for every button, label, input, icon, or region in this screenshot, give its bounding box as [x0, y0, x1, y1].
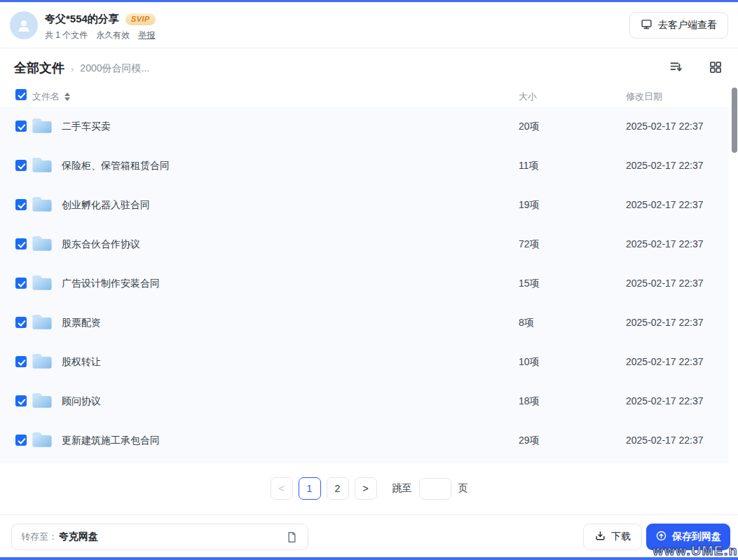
- table-row[interactable]: 股东合伙合作协议 72项 2025-02-17 22:37: [0, 224, 729, 264]
- file-name[interactable]: 更新建筑施工承包合同: [62, 435, 160, 447]
- open-in-client-button[interactable]: 去客户端查看: [629, 12, 728, 39]
- row-checkbox[interactable]: [15, 317, 27, 328]
- report-link[interactable]: 举报: [138, 29, 155, 41]
- row-checkbox[interactable]: [15, 395, 27, 407]
- folder-icon: [32, 116, 53, 135]
- folder-icon: [32, 391, 53, 410]
- breadcrumb-separator-icon: ›: [71, 62, 74, 74]
- share-header: 夸父*554的分享 SVIP 共 1 个文件 永久有效 举报 去客户端查看: [0, 2, 738, 48]
- row-checkbox[interactable]: [15, 238, 27, 250]
- breadcrumb: 全部文件 › 2000份合同模...: [14, 59, 149, 77]
- table-row[interactable]: 二手车买卖 20项 2025-02-17 22:37: [0, 107, 729, 146]
- file-size: 15项: [519, 278, 540, 290]
- page-1-button[interactable]: 1: [299, 477, 321, 500]
- watermark-text: www.UME.nc: [652, 543, 738, 559]
- file-modified: 2025-02-17 22:37: [626, 435, 704, 446]
- file-modified: 2025-02-17 22:37: [626, 356, 704, 367]
- sort-arrows-icon[interactable]: [64, 93, 70, 101]
- select-all-checkbox[interactable]: [15, 89, 27, 100]
- row-checkbox[interactable]: [15, 121, 27, 132]
- file-size: 11项: [519, 160, 539, 172]
- file-size: 29项: [519, 435, 540, 447]
- page-2-button[interactable]: 2: [327, 477, 349, 500]
- folder-icon: [32, 273, 53, 292]
- row-checkbox[interactable]: [15, 278, 27, 289]
- file-modified: 2025-02-17 22:37: [626, 395, 704, 407]
- file-name[interactable]: 二手车买卖: [62, 121, 111, 133]
- row-checkbox[interactable]: [15, 199, 27, 210]
- folder-icon: [32, 352, 53, 371]
- row-checkbox[interactable]: [15, 435, 27, 446]
- save-to-drive-label: 保存到网盘: [672, 531, 721, 543]
- breadcrumb-current: 2000份合同模...: [80, 61, 149, 75]
- save-to-value: 夸克网盘: [59, 531, 98, 543]
- bottom-accent-bar: [0, 557, 738, 560]
- table-header: 文件名 大小 修改日期: [0, 87, 729, 107]
- column-modified: 修改日期: [626, 90, 662, 103]
- share-title: 夸父*554的分享: [45, 13, 119, 26]
- table-row[interactable]: 广告设计制作安装合同 15项 2025-02-17 22:37: [0, 264, 729, 303]
- cloud-upload-icon: [655, 530, 667, 544]
- file-name[interactable]: 股票配资: [62, 317, 101, 329]
- person-icon: [15, 17, 32, 34]
- folder-icon: [32, 234, 53, 253]
- table-row[interactable]: 股票配资 8项 2025-02-17 22:37: [0, 303, 729, 342]
- row-checkbox[interactable]: [15, 356, 27, 367]
- column-size: 大小: [519, 90, 537, 103]
- file-modified: 2025-02-17 22:37: [626, 199, 704, 210]
- breadcrumb-root[interactable]: 全部文件: [14, 60, 64, 76]
- file-modified: 2025-02-17 22:37: [626, 317, 704, 328]
- top-accent-bar: [0, 0, 738, 2]
- jump-page-input[interactable]: [419, 478, 451, 500]
- folder-icon: [32, 195, 53, 214]
- download-icon: [594, 530, 606, 544]
- validity-text: 永久有效: [96, 29, 130, 41]
- jump-to-label: 跳至: [392, 482, 412, 495]
- sort-order-icon[interactable]: [669, 60, 683, 74]
- open-in-client-label: 去客户端查看: [658, 19, 717, 32]
- table-row[interactable]: 保险柜、保管箱租赁合同 11项 2025-02-17 22:37: [0, 146, 729, 185]
- file-name[interactable]: 创业孵化器入驻合同: [62, 199, 150, 212]
- file-size: 8项: [519, 317, 534, 329]
- save-to-label: 转存至：: [21, 531, 57, 543]
- folder-icon: [32, 156, 53, 175]
- table-row[interactable]: 更新建筑施工承包合同 29项 2025-02-17 22:37: [0, 421, 729, 460]
- grid-view-icon[interactable]: [709, 60, 723, 74]
- table-row[interactable]: 创业孵化器入驻合同 19项 2025-02-17 22:37: [0, 185, 729, 224]
- save-destination-selector[interactable]: 转存至： 夸克网盘: [11, 524, 308, 550]
- download-button[interactable]: 下载: [583, 524, 642, 550]
- file-list: 二手车买卖 20项 2025-02-17 22:37 保险柜、保管箱租赁合同 1…: [0, 107, 729, 463]
- file-name[interactable]: 股权转让: [62, 356, 101, 369]
- file-modified: 2025-02-17 22:37: [626, 160, 704, 171]
- file-name[interactable]: 股东合伙合作协议: [62, 238, 140, 251]
- prev-page-button[interactable]: <: [271, 477, 293, 500]
- svip-badge: SVIP: [125, 13, 156, 25]
- file-modified: 2025-02-17 22:37: [626, 278, 704, 289]
- vertical-scrollbar[interactable]: [732, 88, 737, 153]
- file-size: 72项: [519, 238, 540, 251]
- footer-bar: 转存至： 夸克网盘 下载 保存到网盘: [0, 514, 738, 556]
- folder-picker-icon[interactable]: [285, 531, 299, 544]
- file-name[interactable]: 广告设计制作安装合同: [62, 278, 160, 290]
- table-row[interactable]: 股权转让 10项 2025-02-17 22:37: [0, 342, 729, 381]
- file-count-text: 共 1 个文件: [45, 29, 88, 41]
- file-modified: 2025-02-17 22:37: [626, 121, 704, 132]
- monitor-icon: [641, 18, 652, 32]
- file-size: 20项: [519, 121, 540, 133]
- file-modified: 2025-02-17 22:37: [626, 238, 704, 250]
- file-size: 18项: [519, 395, 540, 408]
- page-unit-label: 页: [458, 482, 468, 495]
- folder-icon: [32, 430, 53, 449]
- pagination: < 1 2 > 跳至 页: [0, 477, 738, 500]
- column-filename[interactable]: 文件名: [32, 90, 60, 103]
- file-name[interactable]: 顾问协议: [62, 395, 101, 408]
- avatar: [10, 11, 38, 39]
- file-name[interactable]: 保险柜、保管箱租赁合同: [62, 160, 170, 172]
- file-size: 10项: [519, 356, 540, 369]
- row-checkbox[interactable]: [15, 160, 27, 171]
- download-label: 下载: [611, 531, 631, 543]
- table-row[interactable]: 顾问协议 18项 2025-02-17 22:37: [0, 381, 729, 421]
- file-size: 19项: [519, 199, 540, 212]
- folder-icon: [32, 313, 53, 332]
- next-page-button[interactable]: >: [355, 477, 377, 500]
